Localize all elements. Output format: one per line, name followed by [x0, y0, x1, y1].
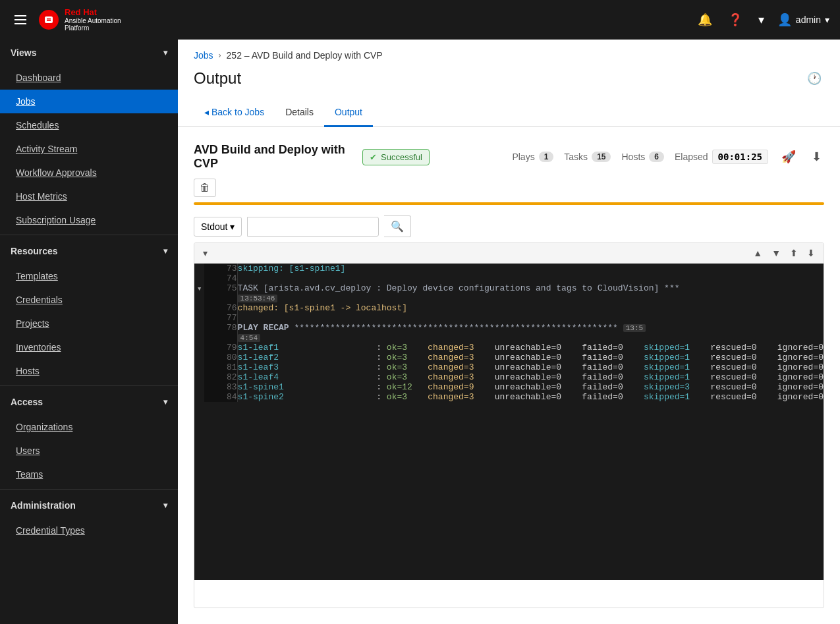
sidebar-item-inventories[interactable]: Inventories — [0, 335, 178, 359]
hosts-label: Hosts — [621, 152, 645, 162]
tab-output[interactable]: Output — [324, 99, 373, 127]
logo-product: Ansible AutomationPlatform — [65, 17, 121, 32]
line-expand — [194, 273, 204, 283]
help-button[interactable]: ❓ — [725, 10, 745, 30]
output-search-input[interactable] — [247, 217, 379, 237]
sidebar-item-schedules[interactable]: Schedules — [0, 113, 178, 137]
table-row: 81 s1-leaf3 : ok=3 changed=3 unreachable… — [194, 362, 824, 372]
stdout-dropdown-icon: ▾ — [230, 221, 235, 232]
sidebar-item-credential-types[interactable]: Credential Types — [0, 519, 178, 542]
line-expand — [194, 313, 204, 323]
table-row: 84 s1-spine2 : ok=3 changed=3 unreachabl… — [194, 392, 824, 402]
sidebar-item-templates[interactable]: Templates — [0, 264, 178, 288]
sidebar-item-workflow-approvals[interactable]: Workflow Approvals — [0, 161, 178, 184]
line-content: s1-spine1 : ok=12 changed=9 unreachable=… — [237, 382, 824, 392]
sidebar-section-administration[interactable]: Administration ▾ — [0, 492, 178, 519]
line-expand — [194, 303, 204, 313]
page-title: Output — [194, 69, 241, 88]
sidebar-item-subscription-usage[interactable]: Subscription Usage — [0, 208, 178, 232]
app-logo: Red Hat Ansible AutomationPlatform — [38, 8, 121, 32]
sidebar-item-jobs[interactable]: Jobs — [0, 90, 178, 113]
line-number: 77 — [204, 313, 237, 323]
output-nav-bar: ▾ ▲ ▼ ⬆ ⬇ — [194, 243, 824, 264]
scroll-up-button[interactable]: ▲ — [750, 246, 766, 260]
line-expand — [194, 323, 204, 343]
table-row: ▾ 75 TASK [arista.avd.cv_deploy : Deploy… — [194, 283, 824, 303]
sidebar-section-views[interactable]: Views ▾ — [0, 40, 178, 66]
line-content: changed: [s1-spine1 -> localhost] — [237, 303, 824, 313]
breadcrumb-jobs-link[interactable]: Jobs — [194, 50, 213, 61]
logo-text: Red Hat Ansible AutomationPlatform — [65, 8, 121, 32]
line-expand — [194, 343, 204, 353]
sidebar-section-resources[interactable]: Resources ▾ — [0, 238, 178, 264]
user-menu[interactable]: 👤 admin ▾ — [777, 13, 829, 27]
breadcrumb-area: Jobs › 252 – AVD Build and Deploy with C… — [178, 40, 840, 66]
job-progress-bar — [194, 202, 824, 205]
scroll-down-button[interactable]: ▼ — [768, 246, 784, 260]
table-row: 83 s1-spine1 : ok=12 changed=9 unreachab… — [194, 382, 824, 392]
download-button[interactable]: ⬇ — [809, 147, 824, 167]
line-expand — [194, 353, 204, 362]
output-controls: Stdout ▾ 🔍 — [194, 215, 824, 237]
line-expand — [194, 264, 204, 273]
line-number: 80 — [204, 353, 237, 362]
output-terminal-wrapper: ▾ ▲ ▼ ⬆ ⬇ 73 — [194, 242, 824, 608]
sidebar-item-credentials[interactable]: Credentials — [0, 288, 178, 312]
stdout-select[interactable]: Stdout ▾ — [194, 217, 242, 237]
line-number: 82 — [204, 372, 237, 382]
scroll-bottom-button[interactable]: ⬇ — [804, 246, 818, 260]
sidebar-item-activity-stream[interactable]: Activity Stream — [0, 137, 178, 161]
breadcrumb-current: 252 – AVD Build and Deploy with CVP — [227, 50, 383, 61]
terminal-table: 73 skipping: [s1-spine1] 74 — [194, 264, 824, 402]
redhat-logo-icon — [38, 9, 59, 30]
table-row: 77 — [194, 313, 824, 323]
logo-brand: Red Hat — [65, 8, 121, 17]
username-label: admin — [796, 14, 821, 25]
page-title-actions: 🕐 — [804, 69, 824, 88]
status-check-icon: ✔ — [370, 152, 377, 162]
rocket-icon-button[interactable]: 🚀 — [779, 147, 798, 167]
tab-output-label: Output — [335, 107, 362, 117]
back-label: Back to Jobs — [211, 107, 264, 117]
line-number: 74 — [204, 273, 237, 283]
line-number: 83 — [204, 382, 237, 392]
tasks-count: 15 — [592, 152, 611, 162]
collapse-all-button[interactable]: ▾ — [200, 246, 211, 260]
topnav-right: 🔔 ❓ ▾ 👤 admin ▾ — [695, 10, 829, 30]
sidebar-item-projects[interactable]: Projects — [0, 312, 178, 335]
hosts-count: 6 — [649, 152, 664, 162]
line-content: s1-leaf3 : ok=3 changed=3 unreachable=0 … — [237, 362, 824, 372]
sidebar-item-hosts[interactable]: Hosts — [0, 359, 178, 383]
job-title: AVD Build and Deploy with CVP — [194, 143, 352, 171]
output-terminal[interactable]: 73 skipping: [s1-spine1] 74 — [194, 264, 824, 580]
table-row: 78 PLAY RECAP **************************… — [194, 323, 824, 343]
sidebar-item-organizations[interactable]: Organizations — [0, 415, 178, 439]
line-expand — [194, 362, 204, 372]
sidebar-item-host-metrics[interactable]: Host Metrics — [0, 184, 178, 208]
hamburger-menu[interactable] — [11, 10, 30, 30]
delete-job-button[interactable]: 🗑 — [194, 179, 216, 197]
history-button[interactable]: 🕐 — [804, 69, 824, 88]
table-row: 80 s1-leaf2 : ok=3 changed=3 unreachable… — [194, 353, 824, 362]
top-nav: Red Hat Ansible AutomationPlatform 🔔 ❓ ▾… — [0, 0, 840, 40]
tab-back-to-jobs[interactable]: ◂ Back to Jobs — [194, 99, 275, 127]
table-row: 82 s1-leaf4 : ok=3 changed=3 unreachable… — [194, 372, 824, 382]
line-content: skipping: [s1-spine1] — [237, 264, 824, 273]
output-search-button[interactable]: 🔍 — [384, 215, 411, 237]
line-content: s1-spine2 : ok=3 changed=3 unreachable=0… — [237, 392, 824, 402]
line-content — [237, 313, 824, 323]
line-number: 73 — [204, 264, 237, 273]
tab-details[interactable]: Details — [275, 99, 324, 127]
scroll-top-button[interactable]: ⬆ — [787, 246, 801, 260]
line-content: s1-leaf2 : ok=3 changed=3 unreachable=0 … — [237, 353, 824, 362]
help-dropdown-button[interactable]: ▾ — [756, 10, 767, 30]
sidebar-item-dashboard[interactable]: Dashboard — [0, 66, 178, 90]
line-expand-75[interactable]: ▾ — [194, 283, 204, 303]
sidebar-section-access[interactable]: Access ▾ — [0, 389, 178, 415]
plays-stat: Plays 1 — [512, 152, 553, 162]
sidebar-item-users[interactable]: Users — [0, 439, 178, 463]
sidebar-item-teams[interactable]: Teams — [0, 463, 178, 486]
line-number: 79 — [204, 343, 237, 353]
elapsed-stat: Elapsed 00:01:25 — [675, 150, 768, 164]
notifications-button[interactable]: 🔔 — [695, 10, 715, 30]
